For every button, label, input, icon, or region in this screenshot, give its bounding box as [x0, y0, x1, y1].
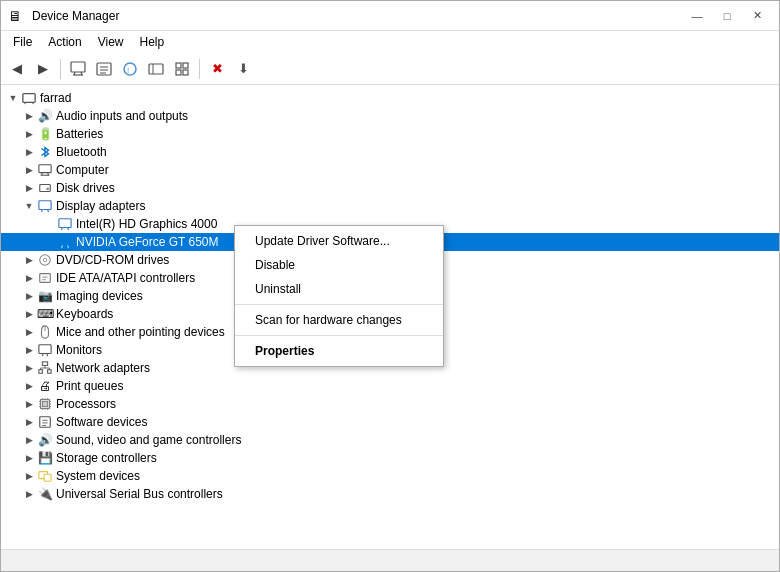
ctx-update-driver[interactable]: Update Driver Software...: [235, 229, 443, 253]
tree-item-software[interactable]: ▶ Software devices: [1, 413, 779, 431]
svg-rect-28: [59, 219, 71, 228]
network-icon: [37, 360, 53, 376]
displayadapters-expand[interactable]: ▼: [21, 198, 37, 214]
imaging-expand[interactable]: ▶: [21, 288, 37, 304]
svg-rect-40: [39, 345, 51, 354]
back-button[interactable]: ◀: [5, 57, 29, 81]
ctx-uninstall[interactable]: Uninstall: [235, 277, 443, 301]
audio-icon: 🔊: [37, 108, 53, 124]
tree-item-bluetooth[interactable]: ▶ Bluetooth: [1, 143, 779, 161]
software-expand[interactable]: ▶: [21, 414, 37, 430]
view-button[interactable]: [144, 57, 168, 81]
svg-rect-19: [39, 165, 51, 173]
svg-rect-10: [149, 64, 163, 74]
batteries-expand[interactable]: ▶: [21, 126, 37, 142]
monitors-icon: [37, 342, 53, 358]
storage-expand[interactable]: ▶: [21, 450, 37, 466]
tree-item-processors[interactable]: ▶ Processors: [1, 395, 779, 413]
system-expand[interactable]: ▶: [21, 468, 37, 484]
mice-expand[interactable]: ▶: [21, 324, 37, 340]
window-controls: — □ ✕: [683, 6, 771, 26]
svg-rect-45: [48, 370, 52, 374]
main-area: ▼ farrad ▶ 🔊 Audio inputs and outputs ▶ …: [1, 85, 779, 549]
intelhd-icon: [57, 216, 73, 232]
uninstall-button[interactable]: ✖: [205, 57, 229, 81]
forward-button[interactable]: ▶: [31, 57, 55, 81]
close-button[interactable]: ✕: [743, 6, 771, 26]
tree-item-audio[interactable]: ▶ 🔊 Audio inputs and outputs: [1, 107, 779, 125]
maximize-button[interactable]: □: [713, 6, 741, 26]
svg-rect-43: [42, 362, 47, 366]
computer-button[interactable]: [66, 57, 90, 81]
imaging-icon: 📷: [37, 288, 53, 304]
keyboards-expand[interactable]: ▶: [21, 306, 37, 322]
monitors-label: Monitors: [56, 343, 102, 357]
computer-expand[interactable]: ▶: [21, 162, 37, 178]
dvdrom-expand[interactable]: ▶: [21, 252, 37, 268]
root-expand[interactable]: ▼: [5, 90, 21, 106]
menu-help[interactable]: Help: [132, 33, 173, 51]
ctx-properties[interactable]: Properties: [235, 339, 443, 363]
svg-point-8: [124, 63, 136, 75]
ctx-scan-hardware[interactable]: Scan for hardware changes: [235, 308, 443, 332]
processors-icon: [37, 396, 53, 412]
processors-expand[interactable]: ▶: [21, 396, 37, 412]
bluetooth-expand[interactable]: ▶: [21, 144, 37, 160]
svg-rect-31: [59, 237, 71, 246]
intelhd-label: Intel(R) HD Graphics 4000: [76, 217, 217, 231]
ide-expand[interactable]: ▶: [21, 270, 37, 286]
tree-item-storage[interactable]: ▶ 💾 Storage controllers: [1, 449, 779, 467]
computer-label: Computer: [56, 163, 109, 177]
network-expand[interactable]: ▶: [21, 360, 37, 376]
software-label: Software devices: [56, 415, 147, 429]
svg-rect-36: [40, 274, 51, 283]
title-bar-left: 🖥 Device Manager: [7, 8, 119, 24]
usb-expand[interactable]: ▶: [21, 486, 37, 502]
context-menu: Update Driver Software... Disable Uninst…: [234, 225, 444, 367]
imaging-label: Imaging devices: [56, 289, 143, 303]
tree-item-usb[interactable]: ▶ 🔌 Universal Serial Bus controllers: [1, 485, 779, 503]
displayadapters-label: Display adapters: [56, 199, 145, 213]
system-icon: [37, 468, 53, 484]
mice-label: Mice and other pointing devices: [56, 325, 225, 339]
ctx-disable[interactable]: Disable: [235, 253, 443, 277]
tree-item-displayadapters[interactable]: ▼ Display adapters: [1, 197, 779, 215]
device-manager-window: 🖥 Device Manager — □ ✕ File Action View …: [0, 0, 780, 572]
title-bar: 🖥 Device Manager — □ ✕: [1, 1, 779, 31]
tree-item-batteries[interactable]: ▶ 🔋 Batteries: [1, 125, 779, 143]
sound-label: Sound, video and game controllers: [56, 433, 241, 447]
svg-rect-51: [42, 401, 47, 406]
scan-button[interactable]: ⬇: [231, 57, 255, 81]
svg-rect-0: [71, 62, 85, 72]
tree-root[interactable]: ▼ farrad: [1, 89, 779, 107]
resources-by-type-button[interactable]: [170, 57, 194, 81]
tree-item-sound[interactable]: ▶ 🔊 Sound, video and game controllers: [1, 431, 779, 449]
monitors-expand[interactable]: ▶: [21, 342, 37, 358]
tree-item-diskdrives[interactable]: ▶ Disk drives: [1, 179, 779, 197]
nvidia-label: NVIDIA GeForce GT 650M: [76, 235, 219, 249]
software-icon: [37, 414, 53, 430]
resources-button[interactable]: !: [118, 57, 142, 81]
device-list-button[interactable]: [92, 57, 116, 81]
svg-rect-16: [23, 94, 35, 103]
network-label: Network adapters: [56, 361, 150, 375]
tree-item-system[interactable]: ▶ System devices: [1, 467, 779, 485]
toolbar-separator-2: [199, 59, 200, 79]
menu-file[interactable]: File: [5, 33, 40, 51]
type-icon: [174, 61, 190, 77]
svg-rect-23: [40, 185, 51, 192]
tree-item-computer[interactable]: ▶ Computer: [1, 161, 779, 179]
minimize-button[interactable]: —: [683, 6, 711, 26]
diskdrives-expand[interactable]: ▶: [21, 180, 37, 196]
tree-item-printq[interactable]: ▶ 🖨 Print queues: [1, 377, 779, 395]
svg-rect-69: [44, 474, 51, 481]
printq-expand[interactable]: ▶: [21, 378, 37, 394]
ctx-separator-1: [235, 304, 443, 305]
audio-expand[interactable]: ▶: [21, 108, 37, 124]
sound-expand[interactable]: ▶: [21, 432, 37, 448]
storage-icon: 💾: [37, 450, 53, 466]
system-label: System devices: [56, 469, 140, 483]
menu-action[interactable]: Action: [40, 33, 89, 51]
menu-view[interactable]: View: [90, 33, 132, 51]
batteries-label: Batteries: [56, 127, 103, 141]
